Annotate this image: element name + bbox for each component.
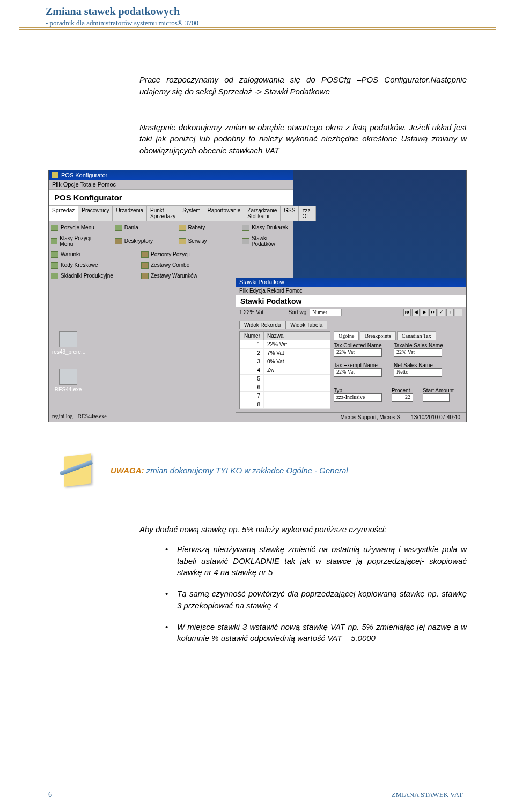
folder-icon bbox=[51, 225, 58, 231]
label-tax-exempt: Tax Exempt Name bbox=[334, 362, 382, 368]
content-area: Prace rozpoczynamy od zalogowania się do… bbox=[0, 31, 515, 644]
tab-widok-tabela[interactable]: Widok Tabela bbox=[285, 321, 327, 329]
grid-klasy-pozycji[interactable]: Klasy Pozycji Menu bbox=[51, 235, 100, 247]
tab-punkt[interactable]: Punkt Sprzedaży bbox=[147, 206, 179, 221]
tab-canadian[interactable]: Canadian Tax bbox=[397, 331, 436, 340]
folder-icon bbox=[242, 225, 249, 231]
table-row[interactable]: 5 bbox=[240, 375, 330, 383]
status-datetime: 13/10/2010 07:40:40 bbox=[411, 414, 460, 420]
sort-select[interactable]: Numer bbox=[310, 309, 342, 316]
sort-label: Sort wg bbox=[288, 309, 306, 315]
desktop-icon[interactable]: res43_prere... bbox=[52, 331, 84, 355]
grid-deskryptory[interactable]: Deskryptory bbox=[115, 235, 164, 247]
nav-check-icon[interactable]: ✓ bbox=[438, 309, 445, 316]
subwindow-menubar[interactable]: Plik Edycja Rekord Pomoc bbox=[236, 287, 466, 295]
select-typ[interactable]: zzz-Inclusive bbox=[334, 393, 382, 402]
tab-raport[interactable]: Raportowanie bbox=[204, 206, 245, 221]
main-tabs[interactable]: Sprzedaż Pracownicy Urządzenia Punkt Spr… bbox=[49, 206, 293, 221]
stawki-table: Numer Nazwa 122% Vat 27% Vat 30% Vat 4Zw… bbox=[239, 331, 330, 409]
stawki-window: Stawki Podatkow Plik Edycja Rekord Pomoc… bbox=[236, 278, 466, 422]
grid-rabaty[interactable]: Rabaty bbox=[179, 225, 227, 231]
label-procent: Procent bbox=[392, 388, 413, 393]
tab-ogolne[interactable]: Ogólne bbox=[334, 331, 359, 340]
table-row[interactable]: 27% Vat bbox=[240, 349, 330, 357]
tab-pracownicy[interactable]: Pracownicy bbox=[78, 206, 113, 221]
nav-prev-icon[interactable]: ◀ bbox=[412, 309, 420, 316]
folder-icon bbox=[179, 225, 186, 231]
tab-system[interactable]: System bbox=[179, 206, 204, 221]
taskbar-item[interactable]: regini.log bbox=[52, 413, 73, 419]
input-net-sales[interactable]: Netto bbox=[394, 368, 442, 377]
tab-sprzedaz[interactable]: Sprzedaż bbox=[49, 206, 78, 221]
note-body: zmian dokonujemy TYLKO w zakładce Ogólne… bbox=[144, 466, 348, 475]
taskbar-item[interactable]: RES44se.exe bbox=[78, 413, 107, 419]
desktop-icon[interactable]: RES44.exe bbox=[52, 369, 84, 392]
folder-icon bbox=[179, 238, 186, 244]
tab-zarz[interactable]: Zarządzanie Stolikami bbox=[244, 206, 281, 221]
app-icon bbox=[52, 172, 58, 178]
table-row[interactable]: 8 bbox=[240, 400, 330, 409]
icon-grid: Pozycje Menu Dania Rabaty Klasy Drukarek… bbox=[49, 221, 293, 287]
nav-next-icon[interactable]: ▶ bbox=[421, 309, 428, 316]
tab-gss[interactable]: GSS bbox=[281, 206, 299, 221]
input-taxable-sales[interactable]: 22% Vat bbox=[394, 348, 442, 357]
detail-tabs: Ogólne Breakpoints Canadian Tax bbox=[334, 331, 462, 340]
taskbar: regini.log RES44se.exe bbox=[52, 413, 107, 419]
nav-first-icon[interactable]: ⏮ bbox=[403, 309, 411, 316]
paragraph-intro: Prace rozpoczynamy od zalogowania się do… bbox=[139, 74, 467, 98]
grid-skladniki[interactable]: Składniki Produkcyjne bbox=[51, 273, 126, 279]
table-row[interactable]: 122% Vat bbox=[240, 340, 330, 349]
list-item: W miejsce stawki 3 wstawić nową stawkę V… bbox=[165, 621, 467, 645]
page-footer: 6 ZMIANA STAWEK VAT - bbox=[0, 791, 515, 799]
table-row[interactable]: 4Zw bbox=[240, 366, 330, 375]
nav-plus-icon[interactable]: + bbox=[446, 309, 454, 316]
window-titlebar: POS Konfigurator bbox=[49, 170, 293, 180]
grid-zestawy-combo[interactable]: Zestawy Combo bbox=[141, 262, 216, 269]
label-tax-collected: Tax Collected Name bbox=[334, 342, 382, 348]
tab-urzadzenia[interactable]: Urządzenia bbox=[113, 206, 147, 221]
table-row[interactable]: 30% Vat bbox=[240, 357, 330, 366]
tab-breakpoints[interactable]: Breakpoints bbox=[360, 331, 395, 340]
folder-icon bbox=[141, 262, 149, 269]
grid-stawki-podatkow[interactable]: Stawki Podatków bbox=[242, 235, 291, 247]
input-tax-collected[interactable]: 22% Vat bbox=[334, 348, 382, 357]
list-item: Pierwszą nieużywaną stawkę zmienić na os… bbox=[165, 543, 467, 578]
grid-pozycje-menu[interactable]: Pozycje Menu bbox=[51, 225, 100, 231]
col-numer: Numer bbox=[240, 332, 264, 340]
subwindow-titlebar: Stawki Podatkow bbox=[236, 278, 466, 287]
paragraph-steps-intro: Aby dodać nową stawkę np. 5% należy wyko… bbox=[139, 525, 467, 534]
table-row[interactable]: 7 bbox=[240, 392, 330, 400]
grid-kody[interactable]: Kody Kreskowe bbox=[51, 262, 126, 269]
header-divider bbox=[19, 29, 496, 30]
footer-text: ZMIANA STAWEK VAT - bbox=[391, 791, 467, 799]
input-procent[interactable]: 22 bbox=[392, 393, 413, 402]
folder-icon bbox=[51, 273, 58, 279]
folder-icon bbox=[115, 238, 122, 244]
current-record: 1 22% Vat bbox=[239, 309, 263, 315]
grid-dania[interactable]: Dania bbox=[115, 225, 164, 231]
grid-zestawy-war[interactable]: Zestawy Warunków bbox=[141, 273, 216, 279]
subwindow-heading: Stawki Podatkow bbox=[236, 295, 466, 307]
header-title: Zmiana stawek podatkowych bbox=[46, 5, 469, 18]
nav-minus-icon[interactable]: − bbox=[455, 309, 462, 316]
label-typ: Typ bbox=[334, 388, 382, 393]
record-nav-buttons: ⏮ ◀ ▶ ⏭ ✓ + − bbox=[403, 309, 462, 316]
header-subtitle: - poradnik dla administratorów systemu m… bbox=[46, 19, 469, 27]
input-start-amount[interactable] bbox=[423, 393, 450, 402]
panel-title: POS Konfigurator bbox=[49, 190, 293, 206]
grid-klasy-drukarek[interactable]: Klasy Drukarek bbox=[242, 225, 291, 231]
tab-zzz[interactable]: zzz-Of bbox=[299, 206, 315, 221]
input-tax-exempt[interactable]: 22% Vat bbox=[334, 368, 382, 377]
folder-icon bbox=[51, 238, 57, 244]
table-row[interactable]: 6 bbox=[240, 383, 330, 392]
note-pen-icon bbox=[59, 454, 100, 487]
window-title: POS Konfigurator bbox=[61, 172, 107, 178]
menu-bar[interactable]: Plik Opcje Totale Pomoc bbox=[49, 180, 293, 190]
grid-poziomy[interactable]: Poziomy Pozycji bbox=[141, 251, 216, 258]
tab-widok-rekordu[interactable]: Widok Rekordu bbox=[239, 321, 285, 329]
folder-icon bbox=[141, 251, 149, 258]
grid-warunki[interactable]: Warunki bbox=[51, 251, 126, 258]
grid-serwisy[interactable]: Serwisy bbox=[179, 235, 227, 247]
nav-last-icon[interactable]: ⏭ bbox=[429, 309, 437, 316]
page-number: 6 bbox=[48, 791, 52, 799]
